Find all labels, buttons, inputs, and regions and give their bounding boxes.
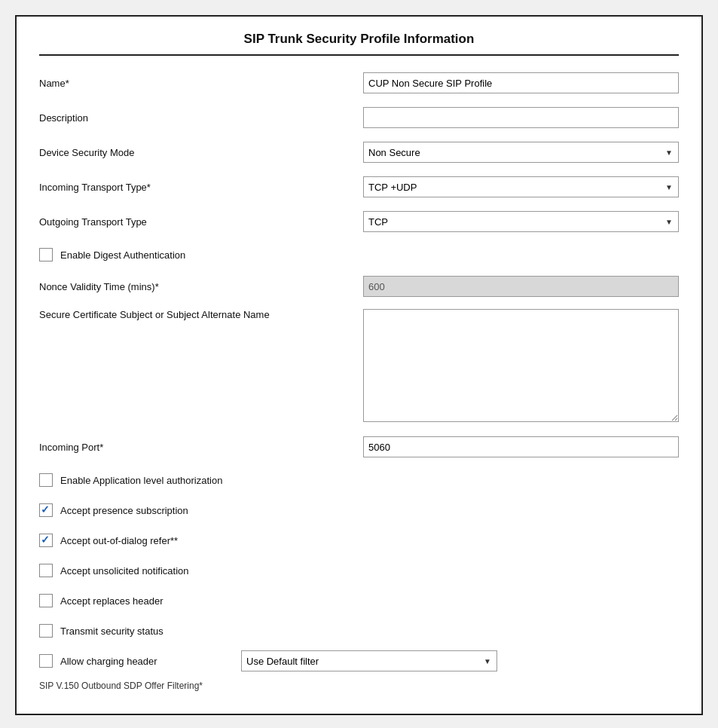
device-security-mode-select[interactable]: Non Secure Authenticated Encrypted — [363, 142, 679, 163]
nonce-validity-row: Nonce Validity Time (mins)* — [39, 274, 679, 298]
incoming-port-control — [363, 436, 679, 457]
outgoing-transport-control: TCP UDP TLS — [363, 211, 679, 232]
secure-cert-row: Secure Certificate Subject or Subject Al… — [39, 309, 679, 424]
accept-replaces-label: Accept replaces header — [60, 595, 163, 607]
name-input[interactable] — [363, 72, 679, 93]
form-title: SIP Trunk Security Profile Information — [39, 32, 679, 56]
description-row: Description — [39, 106, 679, 130]
enable-app-auth-label: Enable Application level authorization — [60, 475, 222, 486]
incoming-transport-label: Incoming Transport Type* — [39, 182, 363, 193]
incoming-port-label: Incoming Port* — [39, 442, 363, 453]
accept-replaces-checkbox[interactable] — [39, 594, 53, 607]
allow-charging-checkbox[interactable] — [39, 654, 53, 668]
accept-unsolicited-checkbox[interactable] — [39, 564, 53, 577]
allow-charging-row: Allow charging header Use Default filter… — [39, 650, 679, 671]
accept-presence-row: Accept presence subscription — [39, 500, 679, 521]
nonce-validity-input[interactable] — [363, 276, 679, 297]
name-control — [363, 72, 679, 93]
enable-app-auth-checkbox[interactable] — [39, 473, 53, 487]
allow-charging-with-select: Allow charging header Use Default filter… — [39, 650, 679, 671]
outgoing-transport-select-wrapper: TCP UDP TLS — [363, 211, 679, 232]
sip-footer-label: SIP V.150 Outbound SDP Offer Filtering* — [39, 681, 679, 691]
device-security-mode-control: Non Secure Authenticated Encrypted — [363, 142, 679, 163]
accept-presence-checkbox[interactable] — [39, 503, 53, 517]
name-label: Name* — [39, 78, 363, 89]
allow-charging-select-wrapper: Use Default filter Accept Reject — [241, 650, 497, 671]
device-security-mode-select-wrapper: Non Secure Authenticated Encrypted — [363, 142, 679, 163]
nonce-validity-label: Nonce Validity Time (mins)* — [39, 281, 363, 292]
device-security-mode-label: Device Security Mode — [39, 147, 363, 158]
secure-cert-control — [363, 309, 679, 424]
enable-app-auth-row: Enable Application level authorization — [39, 470, 679, 491]
allow-charging-label: Allow charging header — [60, 656, 226, 667]
accept-unsolicited-row: Accept unsolicited notification — [39, 560, 679, 581]
allow-charging-select[interactable]: Use Default filter Accept Reject — [241, 650, 497, 671]
incoming-port-row: Incoming Port* — [39, 435, 679, 459]
enable-digest-row: Enable Digest Authentication — [39, 244, 679, 265]
accept-out-of-dialog-row: Accept out-of-dialog refer** — [39, 530, 679, 551]
incoming-transport-select[interactable]: TCP +UDP TCP UDP TLS — [363, 176, 679, 197]
name-row: Name* — [39, 71, 679, 95]
device-security-mode-row: Device Security Mode Non Secure Authenti… — [39, 140, 679, 164]
description-input[interactable] — [363, 107, 679, 128]
enable-digest-checkbox[interactable] — [39, 248, 53, 262]
enable-digest-label: Enable Digest Authentication — [60, 249, 185, 261]
description-label: Description — [39, 112, 363, 124]
incoming-port-input[interactable] — [363, 436, 679, 457]
accept-out-of-dialog-label: Accept out-of-dialog refer** — [60, 535, 178, 546]
accept-replaces-row: Accept replaces header — [39, 590, 679, 611]
incoming-transport-row: Incoming Transport Type* TCP +UDP TCP UD… — [39, 175, 679, 199]
secure-cert-label: Secure Certificate Subject or Subject Al… — [39, 309, 363, 320]
outgoing-transport-label: Outgoing Transport Type — [39, 216, 363, 228]
accept-unsolicited-label: Accept unsolicited notification — [60, 565, 189, 577]
accept-out-of-dialog-checkbox[interactable] — [39, 534, 53, 547]
transmit-security-checkbox[interactable] — [39, 624, 53, 638]
incoming-transport-control: TCP +UDP TCP UDP TLS — [363, 176, 679, 197]
incoming-transport-select-wrapper: TCP +UDP TCP UDP TLS — [363, 176, 679, 197]
accept-presence-label: Accept presence subscription — [60, 505, 188, 516]
outgoing-transport-row: Outgoing Transport Type TCP UDP TLS — [39, 210, 679, 234]
nonce-validity-control — [363, 276, 679, 297]
secure-cert-textarea[interactable] — [363, 309, 679, 422]
description-control — [363, 107, 679, 128]
form-container: SIP Trunk Security Profile Information N… — [15, 15, 703, 715]
outgoing-transport-select[interactable]: TCP UDP TLS — [363, 211, 679, 232]
transmit-security-row: Transmit security status — [39, 620, 679, 641]
transmit-security-label: Transmit security status — [60, 626, 163, 637]
